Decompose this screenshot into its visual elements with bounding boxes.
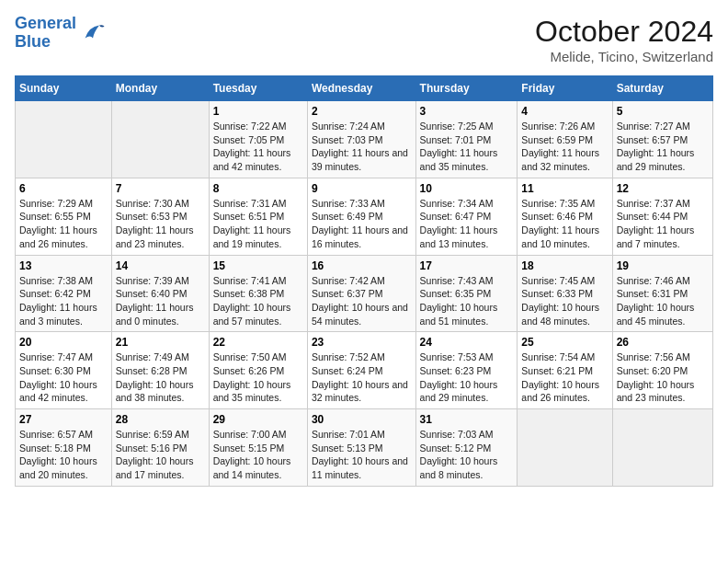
calendar-cell: 26 Sunrise: 7:56 AMSunset: 6:20 PMDaylig… bbox=[612, 332, 712, 409]
day-number: 10 bbox=[420, 182, 514, 195]
calendar-cell: 28 Sunrise: 6:59 AMSunset: 5:16 PMDaylig… bbox=[111, 409, 209, 487]
calendar-cell bbox=[518, 409, 612, 487]
calendar-cell: 5 Sunrise: 7:27 AMSunset: 6:57 PMDayligh… bbox=[612, 101, 712, 178]
logo-text: General Blue bbox=[15, 15, 76, 52]
calendar-cell: 11 Sunrise: 7:35 AMSunset: 6:46 PMDaylig… bbox=[518, 178, 612, 255]
day-info: Sunrise: 7:54 AMSunset: 6:21 PMDaylight:… bbox=[521, 350, 608, 405]
calendar-cell: 8 Sunrise: 7:31 AMSunset: 6:51 PMDayligh… bbox=[209, 178, 307, 255]
calendar-cell: 25 Sunrise: 7:54 AMSunset: 6:21 PMDaylig… bbox=[518, 332, 612, 409]
calendar-week-row: 20 Sunrise: 7:47 AMSunset: 6:30 PMDaylig… bbox=[16, 332, 713, 409]
day-number: 12 bbox=[617, 182, 709, 195]
calendar-cell: 13 Sunrise: 7:38 AMSunset: 6:42 PMDaylig… bbox=[16, 255, 112, 332]
day-info: Sunrise: 6:59 AMSunset: 5:16 PMDaylight:… bbox=[116, 428, 205, 482]
calendar-table: SundayMondayTuesdayWednesdayThursdayFrid… bbox=[15, 75, 713, 487]
day-number: 3 bbox=[420, 105, 514, 118]
day-number: 16 bbox=[312, 259, 412, 272]
calendar-cell: 27 Sunrise: 6:57 AMSunset: 5:18 PMDaylig… bbox=[16, 409, 112, 487]
day-info: Sunrise: 7:34 AMSunset: 6:47 PMDaylight:… bbox=[420, 197, 514, 251]
calendar-cell: 16 Sunrise: 7:42 AMSunset: 6:37 PMDaylig… bbox=[307, 255, 415, 332]
day-number: 26 bbox=[617, 336, 709, 349]
day-info: Sunrise: 7:50 AMSunset: 6:26 PMDaylight:… bbox=[213, 350, 303, 405]
calendar-cell bbox=[111, 101, 209, 178]
day-info: Sunrise: 7:00 AMSunset: 5:15 PMDaylight:… bbox=[213, 428, 303, 482]
calendar-cell: 4 Sunrise: 7:26 AMSunset: 6:59 PMDayligh… bbox=[518, 101, 612, 178]
day-number: 18 bbox=[521, 259, 608, 272]
day-number: 23 bbox=[312, 336, 412, 349]
calendar-cell: 15 Sunrise: 7:41 AMSunset: 6:38 PMDaylig… bbox=[209, 255, 307, 332]
day-number: 30 bbox=[312, 413, 412, 426]
calendar-cell: 6 Sunrise: 7:29 AMSunset: 6:55 PMDayligh… bbox=[16, 178, 112, 255]
day-number: 24 bbox=[420, 336, 514, 349]
day-info: Sunrise: 7:46 AMSunset: 6:31 PMDaylight:… bbox=[617, 274, 709, 328]
weekday-header: Friday bbox=[518, 76, 612, 101]
day-info: Sunrise: 7:39 AMSunset: 6:40 PMDaylight:… bbox=[116, 274, 205, 328]
day-number: 13 bbox=[19, 259, 108, 272]
calendar-cell: 12 Sunrise: 7:37 AMSunset: 6:44 PMDaylig… bbox=[612, 178, 712, 255]
title-block: October 2024 Melide, Ticino, Switzerland bbox=[535, 15, 713, 64]
calendar-cell: 19 Sunrise: 7:46 AMSunset: 6:31 PMDaylig… bbox=[612, 255, 712, 332]
weekday-header: Thursday bbox=[415, 76, 518, 101]
calendar-cell: 30 Sunrise: 7:01 AMSunset: 5:13 PMDaylig… bbox=[307, 409, 415, 487]
day-number: 4 bbox=[521, 105, 608, 118]
calendar-week-row: 27 Sunrise: 6:57 AMSunset: 5:18 PMDaylig… bbox=[16, 409, 713, 487]
day-number: 17 bbox=[420, 259, 514, 272]
calendar-cell: 7 Sunrise: 7:30 AMSunset: 6:53 PMDayligh… bbox=[111, 178, 209, 255]
weekday-header: Monday bbox=[111, 76, 209, 101]
day-info: Sunrise: 7:52 AMSunset: 6:24 PMDaylight:… bbox=[312, 350, 412, 405]
day-info: Sunrise: 7:29 AMSunset: 6:55 PMDaylight:… bbox=[19, 197, 108, 251]
day-info: Sunrise: 7:35 AMSunset: 6:46 PMDaylight:… bbox=[521, 197, 608, 251]
day-info: Sunrise: 7:01 AMSunset: 5:13 PMDaylight:… bbox=[312, 428, 412, 482]
day-number: 11 bbox=[521, 182, 608, 195]
day-info: Sunrise: 7:31 AMSunset: 6:51 PMDaylight:… bbox=[213, 197, 303, 251]
calendar-cell: 29 Sunrise: 7:00 AMSunset: 5:15 PMDaylig… bbox=[209, 409, 307, 487]
day-number: 20 bbox=[19, 336, 108, 349]
day-info: Sunrise: 7:45 AMSunset: 6:33 PMDaylight:… bbox=[521, 274, 608, 328]
calendar-cell: 21 Sunrise: 7:49 AMSunset: 6:28 PMDaylig… bbox=[111, 332, 209, 409]
logo: General Blue bbox=[15, 15, 106, 52]
day-number: 15 bbox=[213, 259, 303, 272]
calendar-cell: 14 Sunrise: 7:39 AMSunset: 6:40 PMDaylig… bbox=[111, 255, 209, 332]
calendar-cell: 9 Sunrise: 7:33 AMSunset: 6:49 PMDayligh… bbox=[307, 178, 415, 255]
weekday-header: Wednesday bbox=[307, 76, 415, 101]
calendar-cell: 24 Sunrise: 7:53 AMSunset: 6:23 PMDaylig… bbox=[415, 332, 518, 409]
day-number: 31 bbox=[420, 413, 514, 426]
day-info: Sunrise: 7:33 AMSunset: 6:49 PMDaylight:… bbox=[312, 197, 412, 251]
day-info: Sunrise: 7:25 AMSunset: 7:01 PMDaylight:… bbox=[420, 120, 514, 174]
weekday-header: Saturday bbox=[612, 76, 712, 101]
day-info: Sunrise: 7:43 AMSunset: 6:35 PMDaylight:… bbox=[420, 274, 514, 328]
day-number: 19 bbox=[617, 259, 709, 272]
day-info: Sunrise: 7:41 AMSunset: 6:38 PMDaylight:… bbox=[213, 274, 303, 328]
day-number: 2 bbox=[312, 105, 412, 118]
page-header: General Blue October 2024 Melide, Ticino… bbox=[15, 15, 713, 64]
day-info: Sunrise: 6:57 AMSunset: 5:18 PMDaylight:… bbox=[19, 428, 108, 482]
logo-bird-icon bbox=[80, 20, 106, 46]
day-number: 6 bbox=[19, 182, 108, 195]
day-number: 14 bbox=[116, 259, 205, 272]
day-info: Sunrise: 7:53 AMSunset: 6:23 PMDaylight:… bbox=[420, 350, 514, 405]
location-subtitle: Melide, Ticino, Switzerland bbox=[535, 49, 713, 64]
calendar-cell: 2 Sunrise: 7:24 AMSunset: 7:03 PMDayligh… bbox=[307, 101, 415, 178]
logo-blue: Blue bbox=[15, 33, 76, 52]
day-info: Sunrise: 7:49 AMSunset: 6:28 PMDaylight:… bbox=[116, 350, 205, 405]
calendar-cell: 10 Sunrise: 7:34 AMSunset: 6:47 PMDaylig… bbox=[415, 178, 518, 255]
day-number: 21 bbox=[116, 336, 205, 349]
calendar-cell: 23 Sunrise: 7:52 AMSunset: 6:24 PMDaylig… bbox=[307, 332, 415, 409]
weekday-header-row: SundayMondayTuesdayWednesdayThursdayFrid… bbox=[16, 76, 713, 101]
day-number: 28 bbox=[116, 413, 205, 426]
weekday-header: Tuesday bbox=[209, 76, 307, 101]
day-info: Sunrise: 7:03 AMSunset: 5:12 PMDaylight:… bbox=[420, 428, 514, 482]
day-number: 9 bbox=[312, 182, 412, 195]
day-number: 5 bbox=[617, 105, 709, 118]
day-number: 8 bbox=[213, 182, 303, 195]
day-info: Sunrise: 7:27 AMSunset: 6:57 PMDaylight:… bbox=[617, 120, 709, 174]
calendar-cell: 20 Sunrise: 7:47 AMSunset: 6:30 PMDaylig… bbox=[16, 332, 112, 409]
day-info: Sunrise: 7:42 AMSunset: 6:37 PMDaylight:… bbox=[312, 274, 412, 328]
calendar-cell bbox=[16, 101, 112, 178]
calendar-week-row: 1 Sunrise: 7:22 AMSunset: 7:05 PMDayligh… bbox=[16, 101, 713, 178]
calendar-cell bbox=[612, 409, 712, 487]
calendar-cell: 17 Sunrise: 7:43 AMSunset: 6:35 PMDaylig… bbox=[415, 255, 518, 332]
day-info: Sunrise: 7:24 AMSunset: 7:03 PMDaylight:… bbox=[312, 120, 412, 174]
day-info: Sunrise: 7:37 AMSunset: 6:44 PMDaylight:… bbox=[617, 197, 709, 251]
calendar-cell: 31 Sunrise: 7:03 AMSunset: 5:12 PMDaylig… bbox=[415, 409, 518, 487]
day-info: Sunrise: 7:26 AMSunset: 6:59 PMDaylight:… bbox=[521, 120, 608, 174]
